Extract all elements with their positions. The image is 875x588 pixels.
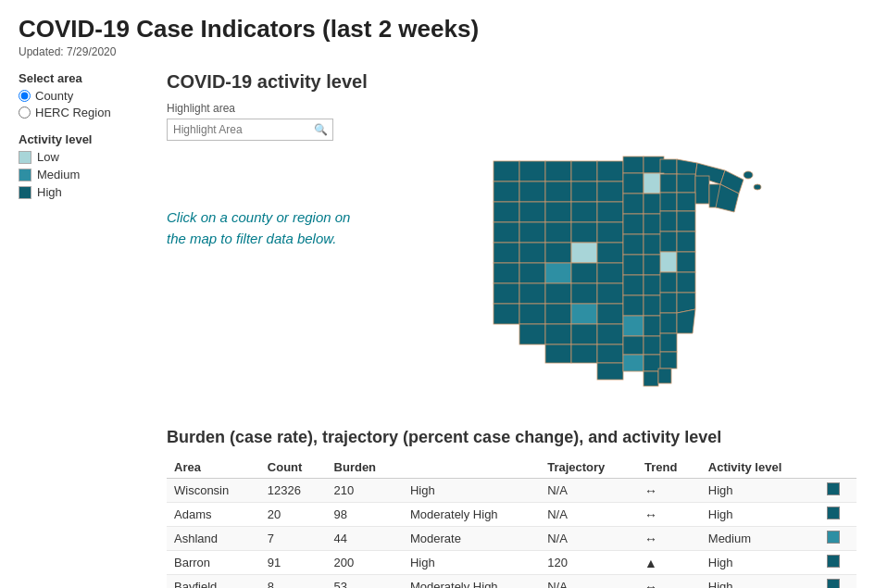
legend: Low Medium High [19,150,148,199]
radio-herc-label: HERC Region [35,106,111,119]
svg-rect-42 [519,243,545,263]
svg-rect-96 [658,369,671,383]
cell-activity-swatch-cell [819,575,856,589]
col-trajectory: Trajectory [540,457,637,479]
updated-text: Updated: 7/29/2020 [19,45,856,58]
map-container[interactable] [389,152,856,411]
cell-burden: 98 [327,503,403,527]
legend-label-low: Low [37,150,59,164]
col-burden: Burden [327,457,403,479]
cell-trend: ↔ [637,527,701,551]
cell-activity: High [701,575,819,589]
svg-rect-81 [623,316,644,336]
cell-burden-label: High [403,479,540,503]
map-section: Click on a county or region on the map t… [167,152,856,411]
activity-level-label: Activity level [19,132,148,146]
svg-rect-53 [571,263,597,283]
radio-county-label: County [35,89,73,103]
cell-burden-label: High [403,551,540,575]
cell-count: 12326 [260,479,327,503]
svg-rect-91 [597,363,623,380]
svg-rect-15 [597,181,623,202]
svg-rect-37 [623,214,644,234]
cell-trend: ↔ [637,503,701,527]
svg-rect-69 [519,304,545,324]
svg-rect-66 [660,272,677,293]
svg-rect-61 [545,283,571,304]
sidebar: Select area County HERC Region Activity … [19,71,148,588]
table-row: Bayfield 8 53 Moderately High N/A ↔ High [167,575,856,589]
svg-rect-79 [571,324,597,344]
svg-rect-41 [494,243,519,263]
table-row: Adams 20 98 Moderately High N/A ↔ High [167,503,856,527]
svg-rect-26 [571,202,597,222]
cell-count: 8 [260,575,327,589]
svg-rect-35 [571,222,597,243]
data-table: Area Count Burden Trajectory Trend Activ… [167,457,856,588]
radio-herc[interactable]: HERC Region [19,106,148,119]
cell-burden-label: Moderate [403,527,540,551]
svg-rect-3 [571,161,597,181]
svg-rect-60 [519,283,545,304]
legend-label-high: High [37,185,62,199]
cell-burden: 44 [327,527,403,551]
svg-rect-28 [623,194,644,214]
svg-rect-88 [623,336,644,355]
svg-rect-0 [494,161,519,181]
col-burden-label [403,457,540,479]
svg-rect-40 [677,211,695,231]
svg-rect-19 [677,174,695,193]
svg-rect-87 [597,344,623,363]
svg-rect-34 [545,222,571,243]
highlight-input[interactable] [167,119,333,141]
svg-rect-20 [695,176,709,204]
cell-activity-swatch-cell [819,527,856,551]
cell-activity: High [701,503,819,527]
svg-rect-90 [660,333,677,352]
svg-rect-30 [660,193,677,211]
svg-rect-48 [660,231,677,252]
svg-rect-68 [494,304,519,324]
svg-rect-24 [519,202,545,222]
svg-rect-44 [571,243,597,263]
svg-rect-11 [494,181,519,202]
svg-rect-59 [494,283,519,304]
svg-rect-92 [623,355,644,371]
table-row: Ashland 7 44 Moderate N/A ↔ Medium [167,527,856,551]
cell-activity: Medium [701,527,819,551]
svg-rect-73 [623,295,644,316]
svg-rect-45 [597,243,623,263]
svg-rect-25 [545,202,571,222]
cell-area: Wisconsin [167,479,260,503]
cell-burden: 53 [327,575,403,589]
legend-item-low: Low [19,150,148,164]
svg-rect-72 [597,304,623,324]
activity-color-swatch [827,579,840,588]
svg-rect-49 [677,231,695,252]
svg-rect-31 [677,193,695,211]
cell-area: Bayfield [167,575,260,589]
activity-color-swatch [827,555,840,568]
search-icon: 🔍 [314,123,328,136]
svg-rect-46 [623,234,644,255]
svg-rect-85 [545,344,571,363]
map-note: Click on a county or region on the map t… [167,207,370,249]
cell-burden-label: Moderately High [403,503,540,527]
cell-trend: ▲ [637,551,701,575]
area-radio-group: County HERC Region [19,89,148,119]
activity-section-title: COVID-19 activity level [167,71,856,93]
svg-rect-71 [571,304,597,324]
svg-marker-8 [677,159,697,176]
svg-rect-54 [597,263,623,283]
table-row: Barron 91 200 High 120 ▲ High [167,551,856,575]
svg-rect-78 [545,324,571,344]
svg-rect-77 [519,324,545,344]
cell-trajectory: 120 [540,551,637,575]
svg-rect-12 [519,181,545,202]
page-title: COVID-19 Case Indicators (last 2 weeks) [19,15,856,44]
cell-activity-swatch-cell [819,503,856,527]
radio-county[interactable]: County [19,89,148,103]
wisconsin-map[interactable] [475,152,771,411]
svg-rect-39 [660,211,677,231]
svg-rect-27 [597,202,623,222]
